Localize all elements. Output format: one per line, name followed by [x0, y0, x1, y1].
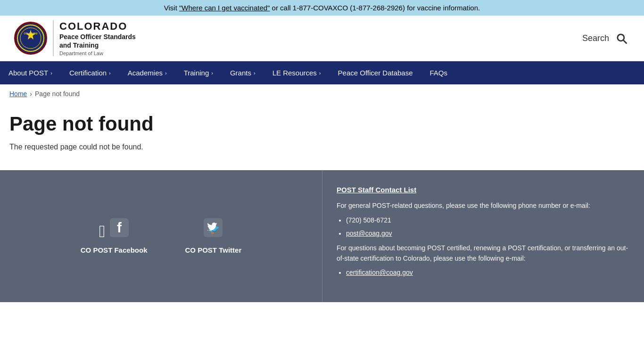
staff-contact-link[interactable]: POST Staff Contact List	[337, 184, 630, 196]
main-content: Page not found The requested page could …	[0, 103, 644, 170]
announcement-text-before: Visit	[164, 4, 179, 12]
footer-social-section:  f CO POST Facebook 🐦	[0, 170, 322, 302]
page-message: The requested page could not be found.	[9, 143, 635, 151]
nav-about-post[interactable]: About POST ›	[0, 61, 61, 84]
facebook-svg: f	[110, 218, 129, 237]
footer-phone: (720) 508-6721	[346, 215, 630, 225]
twitter-label: CO POST Twitter	[185, 246, 241, 254]
twitter-icon: 🐦	[204, 218, 223, 241]
logo-seal: COLORADO POST	[14, 22, 47, 55]
chevron-icon: ›	[165, 70, 167, 76]
breadcrumb-separator: ›	[30, 90, 32, 98]
twitter-link[interactable]: 🐦 CO POST Twitter	[185, 218, 241, 254]
chevron-icon: ›	[319, 70, 321, 76]
facebook-link[interactable]:  f CO POST Facebook	[81, 218, 148, 254]
logo-dept: Department of Law	[59, 50, 136, 56]
breadcrumb-home[interactable]: Home	[9, 90, 27, 98]
site-footer:  f CO POST Facebook 🐦	[0, 170, 644, 302]
nav-peace-officer-database[interactable]: Peace Officer Database	[330, 61, 421, 84]
chevron-icon: ›	[254, 70, 256, 76]
site-header: COLORADO POST COLORADO Peace Officer Sta…	[0, 16, 644, 61]
facebook-label: CO POST Facebook	[81, 246, 148, 254]
main-nav: About POST › Certification › Academies ›…	[0, 61, 644, 84]
footer-cert-list: certification@coag.gov	[337, 267, 630, 278]
twitter-svg: 🐦	[204, 218, 223, 237]
search-label: Search	[582, 33, 609, 43]
search-button[interactable]	[613, 30, 630, 47]
footer-email-link[interactable]: post@coag.gov	[346, 230, 392, 237]
breadcrumb-current: Page not found	[35, 90, 80, 98]
footer-cert-intro: For questions about becoming POST certif…	[337, 243, 630, 264]
logo-text-block: COLORADO Peace Officer Standards and Tra…	[53, 20, 136, 56]
svg-text:f: f	[117, 220, 122, 235]
logo-subtitle: Peace Officer Standards and Training	[59, 33, 136, 49]
logo-colorado: COLORADO	[59, 20, 136, 33]
facebook-icon:  f	[99, 218, 129, 241]
nav-le-resources[interactable]: LE Resources ›	[264, 61, 330, 84]
nav-training[interactable]: Training ›	[175, 61, 222, 84]
seal-svg: COLORADO POST	[17, 24, 45, 52]
search-area: Search	[582, 30, 630, 47]
chevron-icon: ›	[109, 70, 111, 76]
footer-general-intro: For general POST-related questions, plea…	[337, 200, 630, 211]
footer-social-links:  f CO POST Facebook 🐦	[81, 218, 241, 254]
footer-contact-section: POST Staff Contact List For general POST…	[322, 170, 644, 302]
footer-cert-email-link[interactable]: certification@coag.gov	[346, 269, 413, 276]
nav-certification[interactable]: Certification ›	[61, 61, 119, 84]
chevron-icon: ›	[50, 70, 52, 76]
page-title: Page not found	[9, 113, 635, 135]
search-icon	[615, 32, 628, 45]
announcement-text-after: or call 1-877-COVAXCO (1-877-268-2926) f…	[272, 4, 480, 12]
nav-grants[interactable]: Grants ›	[222, 61, 264, 84]
nav-academies[interactable]: Academies ›	[119, 61, 175, 84]
vaccination-link[interactable]: "Where can I get vaccinated"	[179, 4, 270, 12]
chevron-icon: ›	[211, 70, 213, 76]
footer-contact-list: (720) 508-6721 post@coag.gov	[337, 215, 630, 239]
site-logo: COLORADO POST COLORADO Peace Officer Sta…	[14, 20, 136, 56]
announcement-bar: Visit "Where can I get vaccinated" or ca…	[0, 0, 644, 16]
breadcrumb: Home › Page not found	[0, 84, 644, 103]
nav-faqs[interactable]: FAQs	[421, 61, 456, 84]
